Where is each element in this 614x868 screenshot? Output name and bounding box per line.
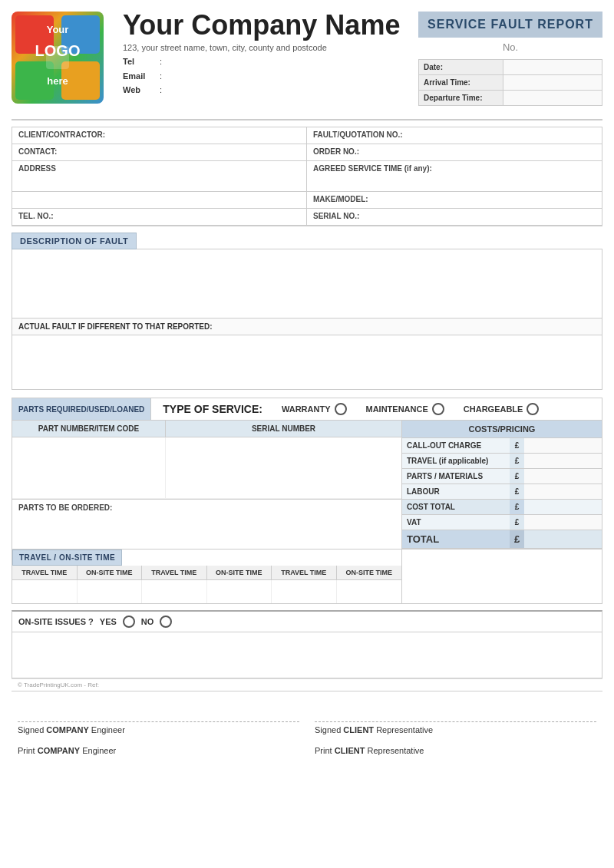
client-bold-text: CLIENT: [343, 725, 374, 734]
make-model-label: MAKE/MODEL:: [313, 195, 596, 203]
departure-row: Departure Time:: [419, 91, 602, 105]
travel-cell-2[interactable]: [78, 580, 143, 603]
chargeable-option: CHARGEABLE: [464, 403, 540, 415]
print-company-bold: COMPANY: [38, 746, 80, 755]
travel-col-body: [12, 580, 401, 603]
vat-label: VAT: [402, 515, 510, 530]
call-out-row: CALL-OUT CHARGE £: [402, 438, 602, 454]
travel-cell-6[interactable]: [337, 580, 402, 603]
cost-total-pound: £: [510, 500, 524, 515]
labour-pound: £: [510, 484, 524, 500]
travel-cell-1[interactable]: [12, 580, 78, 603]
cost-total-value[interactable]: [524, 500, 602, 515]
client-contractor-label: CLIENT/CONTRACTOR:: [18, 130, 300, 139]
actual-fault-area[interactable]: [12, 335, 602, 389]
travel-header-row: TRAVEL / ON-SITE TIME: [12, 550, 401, 566]
order-no-cell: ORDER NO.:: [307, 144, 602, 161]
total-row: TOTAL £: [402, 530, 602, 549]
company-sig-label: Signed COMPANY Engineer: [18, 725, 299, 734]
agreed-service-label: AGREED SERVICE TIME (if any):: [313, 164, 596, 173]
chargeable-radio[interactable]: [527, 403, 539, 415]
parts-table-container: PART NUMBER/ITEM CODE SERIAL NUMBER PART…: [12, 421, 602, 550]
print-client-block: Print CLIENT Representative: [315, 746, 596, 755]
actual-fault-label: ACTUAL FAULT IF DIFFERENT TO THAT REPORT…: [12, 318, 602, 335]
maintenance-label: MAINTENANCE: [366, 404, 428, 414]
onsite-yes-label: YES: [100, 617, 117, 626]
onsite-yes-radio[interactable]: [123, 616, 135, 628]
fault-description-area[interactable]: [12, 249, 602, 318]
address-cell-cont: [12, 192, 307, 209]
travel-pound: £: [510, 454, 524, 469]
part-number-header: PART NUMBER/ITEM CODE: [12, 421, 166, 437]
service-type-label: TYPE OF SERVICE:: [163, 403, 262, 415]
parts-col-headers: PART NUMBER/ITEM CODE SERIAL NUMBER: [12, 421, 401, 437]
make-model-cell: MAKE/MODEL:: [307, 192, 602, 209]
maintenance-option: MAINTENANCE: [366, 403, 444, 415]
report-info: SERVICE FAULT REPORT No. Date: Arrival T…: [418, 12, 602, 106]
parts-right: COSTS/PRICING CALL-OUT CHARGE £ TRAVEL (…: [402, 421, 602, 549]
order-no-label: ORDER NO.:: [313, 147, 596, 156]
warranty-label: WARRANTY: [282, 404, 331, 414]
travel-cell-3[interactable]: [142, 580, 207, 603]
tel-no-label: TEL. NO.:: [18, 212, 300, 220]
travel-col3-header: TRAVEL TIME: [142, 566, 207, 579]
client-signed-text: Signed: [315, 725, 341, 734]
company-bold-text: COMPANY: [46, 725, 88, 734]
serial-number-cell[interactable]: [166, 437, 401, 499]
address-label: ADDRESS: [18, 164, 300, 173]
chargeable-label: CHARGEABLE: [464, 404, 523, 414]
total-value[interactable]: [524, 530, 602, 549]
print-company-block: Print COMPANY Engineer: [18, 746, 299, 755]
labour-value[interactable]: [524, 484, 602, 500]
onsite-no-label: NO: [141, 617, 154, 626]
onsite-no-radio[interactable]: [160, 616, 172, 628]
call-out-value[interactable]: [524, 438, 602, 454]
client-sig-block: Signed CLIENT Representative: [315, 699, 596, 734]
vat-value[interactable]: [524, 515, 602, 530]
parts-left: PART NUMBER/ITEM CODE SERIAL NUMBER PART…: [12, 421, 402, 549]
fault-desc-container: ACTUAL FAULT IF DIFFERENT TO THAT REPORT…: [12, 249, 602, 390]
costs-table: CALL-OUT CHARGE £ TRAVEL (if applicable)…: [402, 438, 602, 549]
company-signed-text: Signed: [18, 725, 44, 734]
departure-value[interactable]: [503, 91, 602, 105]
parts-materials-label: PARTS / MATERIALS: [402, 469, 510, 484]
onsite-label: ON-SITE ISSUES ?: [18, 617, 94, 626]
warranty-radio[interactable]: [335, 403, 347, 415]
arrival-row: Arrival Time:: [419, 75, 602, 91]
call-out-label: CALL-OUT CHARGE: [402, 438, 510, 454]
client-rep-text: Representative: [376, 725, 433, 734]
travel-col6-header: ON-SITE TIME: [337, 566, 402, 579]
svg-text:here: here: [47, 75, 68, 87]
date-value[interactable]: [503, 60, 602, 74]
travel-col2-header: ON-SITE TIME: [78, 566, 143, 579]
report-no: No.: [418, 41, 602, 53]
print-client-text: Print: [315, 746, 332, 755]
contact-cell: CONTACT:: [12, 144, 307, 161]
travel-cost-value[interactable]: [524, 454, 602, 469]
part-number-cell[interactable]: [12, 437, 166, 499]
client-grid: CLIENT/CONTRACTOR: FAULT/QUOTATION NO.: …: [12, 127, 602, 226]
onsite-notes[interactable]: [12, 632, 602, 678]
travel-cost-label: TRAVEL (if applicable): [402, 454, 510, 469]
print-company-eng: Engineer: [82, 746, 116, 755]
travel-cell-5[interactable]: [272, 580, 337, 603]
email-label: Email: [123, 69, 157, 84]
print-company-text: Print: [18, 746, 35, 755]
arrival-value[interactable]: [503, 75, 602, 90]
total-label: TOTAL: [402, 530, 510, 549]
tel-no-cell: TEL. NO.:: [12, 209, 307, 226]
tel-colon: :: [160, 57, 162, 66]
parts-materials-row: PARTS / MATERIALS £: [402, 469, 602, 484]
onsite-section: ON-SITE ISSUES ? YES NO: [12, 610, 602, 678]
parts-materials-value[interactable]: [524, 469, 602, 484]
signatures-row: Signed COMPANY Engineer Signed CLIENT Re…: [12, 695, 602, 738]
travel-right-spacer: [402, 550, 602, 603]
warranty-option: WARRANTY: [282, 403, 347, 415]
report-title: SERVICE FAULT REPORT: [418, 12, 602, 38]
travel-cell-4[interactable]: [207, 580, 272, 603]
costs-header: COSTS/PRICING: [402, 421, 602, 438]
maintenance-radio[interactable]: [432, 403, 444, 415]
travel-col-headers: TRAVEL TIME ON-SITE TIME TRAVEL TIME ON-…: [12, 566, 401, 580]
header-divider: [12, 119, 602, 120]
company-sig-block: Signed COMPANY Engineer: [18, 699, 299, 734]
